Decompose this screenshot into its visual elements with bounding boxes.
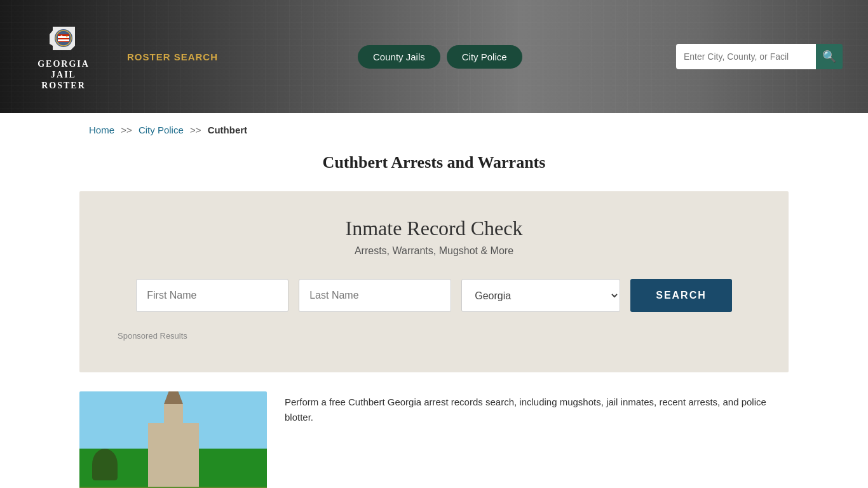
search-icon: 🔍 — [822, 50, 836, 64]
inmate-search-button[interactable]: SEARCH — [630, 279, 732, 312]
svg-rect-5 — [58, 39, 69, 41]
svg-text:★: ★ — [60, 34, 63, 38]
logo-text-jail: JAIL — [51, 70, 76, 81]
first-name-input[interactable] — [136, 279, 288, 312]
breadcrumb-home[interactable]: Home — [89, 125, 114, 135]
breadcrumb-city-police[interactable]: City Police — [139, 125, 184, 135]
state-select[interactable]: Georgia Alabama Florida Tennessee — [461, 279, 620, 312]
roster-search-link[interactable]: ROSTER SEARCH — [127, 51, 218, 62]
inmate-title: Inmate Record Check — [118, 217, 750, 240]
site-header: ★ ★ GEORGIA JAIL ROSTER ROSTER SEARCH Co… — [0, 0, 868, 113]
city-police-button[interactable]: City Police — [447, 45, 522, 69]
nav-area: ROSTER SEARCH County Jails City Police 🔍 — [127, 44, 843, 69]
breadcrumb: Home >> City Police >> Cuthbert — [0, 113, 868, 147]
nav-buttons: County Jails City Police — [358, 45, 522, 69]
last-name-input[interactable] — [299, 279, 451, 312]
header-search-input[interactable] — [676, 44, 816, 69]
breadcrumb-sep1: >> — [121, 125, 132, 135]
inmate-form: Georgia Alabama Florida Tennessee SEARCH — [118, 279, 750, 312]
inmate-record-section: Inmate Record Check Arrests, Warrants, M… — [79, 191, 789, 372]
bottom-description: Perform a free Cuthbert Georgia arrest r… — [285, 391, 789, 488]
inmate-subtitle: Arrests, Warrants, Mugshot & More — [118, 245, 750, 257]
bottom-section: Perform a free Cuthbert Georgia arrest r… — [79, 391, 789, 488]
logo-text-georgia: GEORGIA — [37, 59, 90, 70]
breadcrumb-current: Cuthbert — [208, 125, 248, 135]
site-logo[interactable]: ★ ★ GEORGIA JAIL ROSTER — [25, 22, 102, 91]
sponsored-results-label: Sponsored Results — [118, 331, 750, 341]
breadcrumb-sep2: >> — [190, 125, 201, 135]
page-title: Cuthbert Arrests and Warrants — [0, 153, 868, 172]
city-image — [79, 391, 267, 488]
logo-text-roster: ROSTER — [41, 81, 86, 92]
header-search-area: 🔍 — [676, 44, 843, 69]
county-jails-button[interactable]: County Jails — [358, 45, 440, 69]
header-search-button[interactable]: 🔍 — [816, 44, 843, 69]
